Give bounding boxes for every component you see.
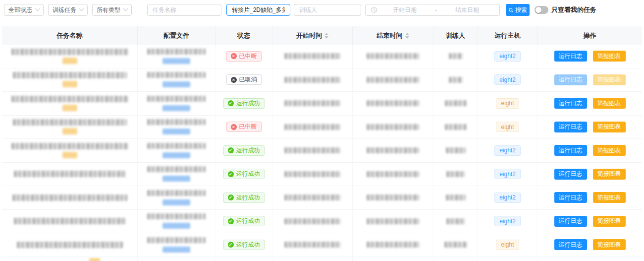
- task-name-redacted[interactable]: [13, 72, 127, 78]
- host-tag: eight2: [494, 51, 521, 62]
- task-name-redacted[interactable]: [11, 96, 128, 102]
- status-badge: × 已取消: [226, 74, 262, 85]
- report-chart-button[interactable]: 简报图表: [593, 122, 626, 132]
- task-name-redacted[interactable]: [12, 195, 127, 201]
- run-log-button[interactable]: 运行日志: [554, 74, 587, 85]
- start-time-redacted: [284, 53, 341, 59]
- task-tag-redacted: [62, 105, 77, 111]
- search-icon: [508, 7, 514, 13]
- chevron-down-icon: [35, 6, 40, 11]
- config-file-redacted: [147, 213, 206, 219]
- trainer-redacted: [446, 218, 465, 224]
- task-name-redacted[interactable]: [17, 242, 123, 248]
- search-button[interactable]: 搜索: [506, 4, 530, 16]
- config-file-redacted: [147, 96, 206, 102]
- host-tag: eight: [496, 240, 519, 250]
- table-row: ✓ 运行成功 eight2 运行日志 简报图表: [2, 210, 642, 234]
- toggle-knob: [536, 7, 541, 13]
- status-check-icon: ✓: [228, 100, 234, 106]
- run-log-button[interactable]: 运行日志: [554, 169, 587, 180]
- start-date-placeholder: 开始日期: [377, 6, 432, 14]
- status-badge: × 已中断: [226, 122, 262, 132]
- report-chart-button[interactable]: 简报图表: [593, 145, 626, 156]
- start-time-redacted: [284, 100, 341, 106]
- run-log-button[interactable]: 运行日志: [554, 192, 587, 203]
- status-select[interactable]: 全部状态: [4, 4, 44, 16]
- status-x-icon: ×: [231, 53, 237, 59]
- task-tag-redacted: [62, 81, 77, 87]
- config-link-redacted[interactable]: [162, 81, 190, 87]
- report-chart-button[interactable]: 简报图表: [593, 239, 626, 250]
- report-chart-button[interactable]: 简报图表: [593, 74, 626, 85]
- run-log-button[interactable]: 运行日志: [554, 122, 587, 132]
- config-file-redacted: [147, 166, 206, 172]
- date-range-separator: -: [432, 6, 440, 13]
- start-time-redacted: [284, 171, 341, 177]
- end-time-redacted: [367, 171, 419, 177]
- table-row: ✓ 运行成功 eight 运行日志 简报图表: [2, 92, 642, 116]
- date-range-picker[interactable]: 开始日期 - 结束日期: [365, 4, 500, 16]
- table-row: ✓ 运行成功 eight 运行日志 简报图表: [2, 233, 642, 257]
- report-chart-button[interactable]: 简报图表: [593, 192, 626, 203]
- status-check-icon: ✓: [228, 195, 234, 200]
- task-name-redacted[interactable]: [11, 49, 128, 55]
- chevron-down-icon: [79, 6, 84, 11]
- trainer-input[interactable]: [294, 4, 361, 16]
- status-badge: ✓ 运行成功: [223, 169, 265, 179]
- end-time-redacted: [367, 77, 419, 83]
- end-time-redacted: [367, 195, 419, 200]
- host-tag: eight2: [494, 169, 521, 179]
- end-time-redacted: [367, 53, 419, 59]
- end-time-redacted: [367, 147, 419, 153]
- sort-icon[interactable]: [324, 33, 328, 39]
- report-chart-button[interactable]: 简报图表: [593, 98, 626, 109]
- task-name-redacted[interactable]: [14, 218, 126, 224]
- task-tag-redacted: [62, 58, 77, 64]
- run-log-button[interactable]: 运行日志: [554, 98, 587, 109]
- host-tag: eight2: [494, 74, 521, 85]
- config-link-redacted[interactable]: [162, 152, 190, 158]
- config-file-redacted: [147, 190, 206, 196]
- task-name-redacted[interactable]: [14, 171, 126, 177]
- category-select[interactable]: 所有类型: [92, 4, 132, 16]
- status-badge: ✓ 运行成功: [223, 240, 265, 250]
- config-link-redacted[interactable]: [162, 176, 190, 182]
- trainer-redacted: [446, 195, 466, 200]
- run-log-button[interactable]: 运行日志: [554, 51, 587, 62]
- status-badge: ✓ 运行成功: [223, 216, 265, 226]
- task-type-select[interactable]: 训练任务: [48, 4, 88, 16]
- config-link-redacted[interactable]: [162, 199, 190, 205]
- task-name-redacted[interactable]: [13, 119, 127, 126]
- report-chart-button[interactable]: 简报图表: [593, 169, 626, 180]
- report-chart-button[interactable]: 简报图表: [593, 51, 626, 62]
- my-tasks-toggle[interactable]: [535, 6, 548, 14]
- config-file-redacted: [147, 119, 206, 125]
- config-link-redacted[interactable]: [162, 129, 190, 134]
- column-header-status: 状态: [215, 26, 272, 45]
- task-type-select-value: 训练任务: [53, 6, 76, 14]
- trainer-redacted: [446, 147, 466, 153]
- report-chart-button[interactable]: 简报图表: [593, 216, 626, 227]
- keyword-input[interactable]: [226, 4, 290, 16]
- config-link-redacted[interactable]: [162, 223, 190, 229]
- host-tag: eight: [496, 98, 519, 109]
- config-link-redacted[interactable]: [162, 105, 190, 111]
- run-log-button[interactable]: 运行日志: [554, 145, 587, 156]
- table-row: × 已取消 eight2 运行日志 简报图表: [2, 68, 642, 92]
- status-badge: × 已中断: [226, 51, 262, 62]
- task-tag-redacted: [62, 128, 77, 134]
- host-tag: eight2: [494, 216, 521, 226]
- config-link-redacted[interactable]: [162, 58, 190, 64]
- run-log-button[interactable]: 运行日志: [554, 239, 587, 250]
- host-tag: eight2: [494, 193, 521, 203]
- table-header: 任务名称 配置文件 状态 开始时间 结束时间 训练人 运行主机 操作: [2, 26, 642, 45]
- run-log-button[interactable]: 运行日志: [554, 216, 587, 227]
- task-name-input[interactable]: [147, 4, 221, 16]
- config-file-redacted: [147, 72, 206, 78]
- sort-icon[interactable]: [405, 33, 409, 39]
- start-time-redacted: [284, 77, 341, 83]
- status-check-icon: ✓: [228, 171, 234, 177]
- config-link-redacted[interactable]: [162, 247, 190, 253]
- task-tag-redacted: [62, 152, 77, 158]
- task-name-redacted[interactable]: [11, 143, 128, 149]
